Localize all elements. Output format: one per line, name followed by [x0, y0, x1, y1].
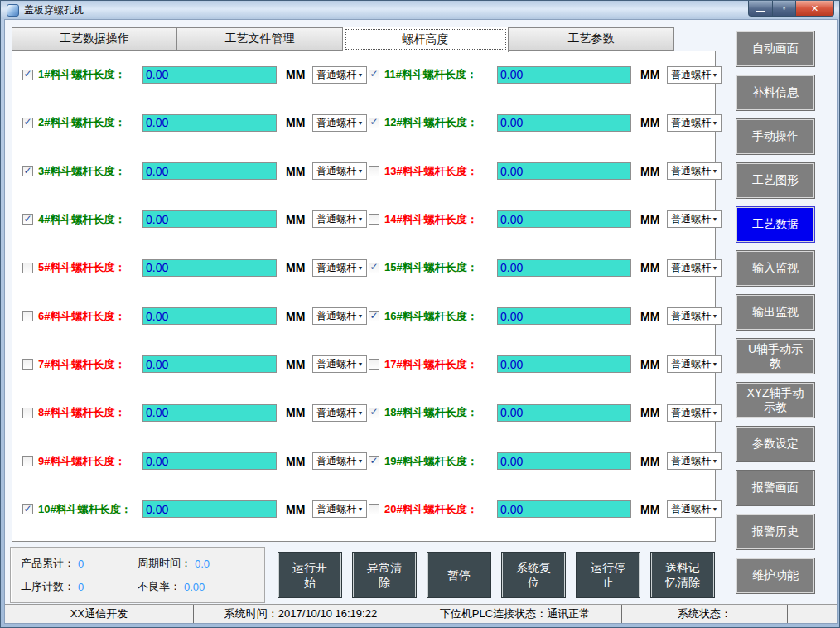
length-input[interactable]: [142, 404, 277, 422]
length-input[interactable]: [497, 162, 631, 180]
row-checkbox[interactable]: [22, 359, 33, 370]
sidebar-nav-button[interactable]: 自动画面: [736, 31, 815, 67]
statusbar-segment: XX通信开发: [5, 605, 194, 623]
tab[interactable]: 工艺文件管理: [177, 27, 343, 51]
screw-type-select[interactable]: 普通螺杆 ▼: [312, 114, 367, 132]
screw-type-select[interactable]: 普通螺杆 ▼: [667, 500, 722, 518]
row-checkbox[interactable]: ✓: [369, 456, 379, 466]
length-input[interactable]: [497, 452, 631, 470]
screw-height-panel: ✓ 1#料斗螺杆长度： MM 普通螺杆 ▼ ✓ 2#料斗螺杆长度： MM 普通螺…: [12, 51, 716, 542]
length-input[interactable]: [497, 500, 631, 518]
tab[interactable]: 工艺数据操作: [12, 27, 177, 51]
row-checkbox[interactable]: ✓: [22, 214, 33, 225]
sidebar-nav-button[interactable]: 输入监视: [736, 250, 815, 287]
row-checkbox[interactable]: ✓: [369, 311, 379, 321]
unit-label: MM: [286, 68, 305, 81]
screw-type-select[interactable]: 普通螺杆 ▼: [667, 210, 722, 228]
tab[interactable]: 工艺参数: [509, 27, 674, 51]
maximize-button[interactable]: ▫: [773, 1, 795, 17]
screw-type-select[interactable]: 普通螺杆 ▼: [667, 162, 722, 180]
length-input[interactable]: [497, 307, 631, 325]
length-input[interactable]: [497, 259, 631, 277]
machine-control-button[interactable]: 运行开 始: [278, 552, 342, 598]
row-checkbox[interactable]: ✓: [369, 408, 379, 418]
screw-length-row: 17#料斗螺杆长度： MM 普通螺杆 ▼: [369, 355, 715, 374]
row-checkbox[interactable]: ✓: [369, 70, 379, 80]
row-checkbox[interactable]: [22, 311, 33, 321]
length-input[interactable]: [142, 307, 277, 325]
machine-control-button[interactable]: 暂停: [427, 552, 491, 598]
sidebar-nav-button[interactable]: XYZ轴手动 示教: [736, 382, 815, 418]
row-checkbox[interactable]: ✓: [22, 504, 33, 514]
length-input[interactable]: [142, 452, 277, 470]
screw-type-select[interactable]: 普通螺杆 ▼: [312, 210, 367, 228]
machine-control-button[interactable]: 系统复 位: [501, 552, 566, 598]
machine-control-button[interactable]: 运行停 止: [576, 552, 640, 598]
row-checkbox[interactable]: [22, 263, 33, 273]
close-button[interactable]: ✕: [795, 1, 834, 17]
row-checkbox[interactable]: ✓: [369, 118, 379, 128]
minimize-button[interactable]: —: [748, 1, 773, 17]
row-checkbox[interactable]: ✓: [22, 70, 33, 80]
row-checkbox[interactable]: [369, 359, 379, 370]
row-checkbox[interactable]: [369, 166, 379, 176]
screw-type-select[interactable]: 普通螺杆 ▼: [667, 259, 722, 277]
statusbar: XX通信开发 系统时间：2017/10/10 16:19:22 下位机PLC连接…: [5, 604, 837, 623]
screw-type-select[interactable]: 普通螺杆 ▼: [667, 404, 722, 422]
length-input[interactable]: [142, 210, 277, 228]
sidebar-nav-button[interactable]: 补料信息: [736, 75, 815, 111]
sidebar-nav-button[interactable]: U轴手动示 教: [736, 338, 815, 374]
close-icon: ✕: [811, 3, 818, 14]
statusbar-segment: 系统时间：2017/10/10 16:19:22: [194, 605, 408, 623]
screw-type-select[interactable]: 普通螺杆 ▼: [312, 162, 367, 180]
length-input[interactable]: [497, 66, 631, 84]
sidebar-nav-button[interactable]: 参数设定: [736, 426, 815, 462]
row-checkbox[interactable]: [22, 456, 33, 466]
row-label: 11#料斗螺杆长度：: [384, 67, 497, 82]
length-input[interactable]: [142, 162, 277, 180]
sidebar-nav-button[interactable]: 报警画面: [736, 470, 815, 506]
screw-type-select[interactable]: 普通螺杆 ▼: [312, 66, 367, 84]
row-checkbox[interactable]: [369, 504, 379, 514]
screw-type-select[interactable]: 普通螺杆 ▼: [667, 307, 722, 325]
length-input[interactable]: [497, 210, 631, 228]
screw-type-select[interactable]: 普通螺杆 ▼: [667, 114, 722, 132]
screw-type-select[interactable]: 普通螺杆 ▼: [667, 66, 722, 84]
length-input[interactable]: [142, 259, 277, 277]
length-input[interactable]: [497, 355, 631, 373]
row-checkbox[interactable]: [22, 408, 33, 418]
sidebar-nav-button[interactable]: 维护功能: [736, 558, 815, 594]
screw-type-select[interactable]: 普通螺杆 ▼: [312, 307, 367, 325]
row-checkbox[interactable]: ✓: [22, 166, 33, 176]
screw-type-value: 普通螺杆: [316, 116, 356, 130]
length-input[interactable]: [142, 66, 277, 84]
row-label: 8#料斗螺杆长度：: [38, 405, 142, 420]
machine-control-button[interactable]: 送料记 忆清除: [650, 552, 715, 598]
screw-type-select[interactable]: 普通螺杆 ▼: [667, 452, 722, 470]
sidebar-nav-button[interactable]: 工艺数据: [736, 206, 815, 243]
screw-type-select[interactable]: 普通螺杆 ▼: [312, 355, 367, 373]
screw-type-select[interactable]: 普通螺杆 ▼: [667, 355, 722, 373]
tab[interactable]: 螺杆高度: [343, 27, 509, 52]
length-input[interactable]: [497, 114, 631, 132]
sidebar-button-label: 工艺数据: [752, 217, 799, 232]
chevron-down-icon: ▼: [357, 410, 363, 416]
sidebar-nav-button[interactable]: 工艺图形: [736, 162, 815, 199]
screw-type-select[interactable]: 普通螺杆 ▼: [312, 404, 367, 422]
row-checkbox[interactable]: [369, 214, 379, 225]
length-input[interactable]: [142, 114, 277, 132]
titlebar[interactable]: 盖板穿螺孔机 — ▫ ✕: [1, 1, 839, 19]
screw-type-value: 普通螺杆: [316, 357, 356, 371]
machine-control-button[interactable]: 异常清 除: [352, 552, 417, 598]
screw-type-select[interactable]: 普通螺杆 ▼: [312, 452, 367, 470]
row-checkbox[interactable]: ✓: [22, 118, 33, 128]
row-checkbox[interactable]: ✓: [369, 263, 379, 273]
screw-type-select[interactable]: 普通螺杆 ▼: [312, 500, 367, 518]
sidebar-nav-button[interactable]: 输出监视: [736, 294, 815, 331]
sidebar-nav-button[interactable]: 手动操作: [736, 118, 815, 155]
length-input[interactable]: [142, 500, 277, 518]
sidebar-nav-button[interactable]: 报警历史: [736, 514, 815, 550]
length-input[interactable]: [497, 404, 631, 422]
length-input[interactable]: [142, 355, 277, 373]
screw-type-select[interactable]: 普通螺杆 ▼: [312, 259, 367, 277]
